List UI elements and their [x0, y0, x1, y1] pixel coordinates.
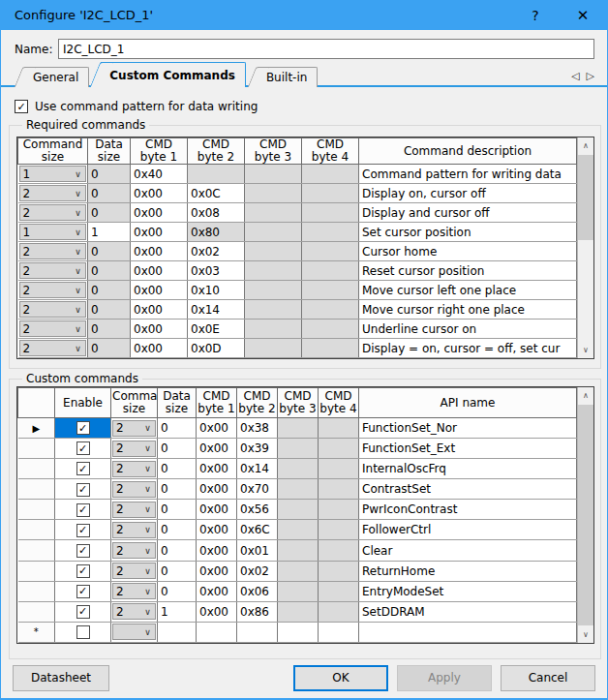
cmd-byte-1-cell[interactable]: 0x00 — [197, 540, 237, 561]
enable-cell[interactable] — [55, 622, 111, 642]
cmd-byte-2-cell[interactable]: 0x14 — [188, 300, 245, 320]
data-size-cell[interactable]: 0 — [158, 459, 197, 479]
api-name-cell[interactable]: PwrIconContrast — [359, 500, 577, 520]
command-size-dropdown[interactable]: 2∨ — [112, 542, 156, 559]
scrollbar-thumb[interactable] — [578, 155, 593, 240]
enable-checkbox[interactable]: ✓ — [76, 462, 90, 475]
cmd-byte-1-cell[interactable]: 0x00 — [197, 479, 237, 500]
enable-cell[interactable]: ✓ — [55, 601, 111, 622]
cmd-byte-1-cell[interactable]: 0x00 — [197, 601, 237, 622]
command-size-dropdown[interactable]: 2∨ — [112, 441, 156, 457]
cmd-byte-2-cell[interactable]: 0x6C — [237, 520, 278, 540]
cmd-byte-3-cell[interactable] — [245, 300, 302, 320]
api-name-cell[interactable]: Clear — [359, 540, 577, 561]
cmd-byte-4-cell[interactable] — [319, 439, 359, 459]
column-header-cmd-byte-2[interactable]: CMD byte 2 — [237, 388, 278, 418]
enable-checkbox[interactable]: ✓ — [76, 585, 90, 598]
command-description-cell[interactable]: Underline cursor on — [359, 320, 577, 339]
data-size-cell[interactable] — [158, 622, 197, 642]
column-header-data-size[interactable]: Data size — [88, 138, 131, 165]
close-button[interactable]: ✕ — [558, 0, 608, 30]
vertical-scrollbar[interactable]: ∧ ∨ — [577, 387, 593, 643]
row-header-cell[interactable] — [18, 479, 55, 500]
scroll-up-button[interactable]: ∧ — [578, 387, 593, 404]
command-description-cell[interactable]: Cursor home — [359, 242, 577, 261]
enable-checkbox[interactable]: ✓ — [76, 605, 90, 619]
command-description-cell[interactable]: Command pattern for writing data — [359, 165, 577, 184]
command-description-cell[interactable]: Display on, cursor off — [359, 184, 577, 203]
cmd-byte-1-cell[interactable]: 0x00 — [197, 520, 237, 540]
tab-general[interactable]: General — [24, 67, 89, 87]
command-size-dropdown[interactable]: 2∨ — [112, 603, 156, 620]
column-header-data-size[interactable]: Data size — [158, 388, 197, 418]
column-header-cmd-byte-4[interactable]: CMD byte 4 — [302, 138, 359, 165]
cmd-byte-4-cell[interactable] — [302, 165, 359, 184]
cmd-byte-2-cell[interactable]: 0x0C — [188, 184, 245, 203]
cmd-byte-2-cell[interactable]: 0x02 — [188, 242, 245, 261]
enable-checkbox[interactable]: ✓ — [76, 544, 90, 558]
scroll-up-button[interactable]: ∧ — [578, 137, 593, 154]
enable-cell[interactable]: ✓ — [55, 479, 111, 500]
row-header-cell[interactable] — [18, 561, 55, 581]
cmd-byte-3-cell[interactable] — [245, 165, 302, 184]
data-size-cell[interactable]: 0 — [158, 561, 197, 581]
cmd-byte-2-cell[interactable] — [188, 165, 245, 184]
cmd-byte-3-cell[interactable] — [245, 339, 302, 358]
command-size-dropdown[interactable]: 2∨ — [19, 243, 87, 259]
cmd-byte-4-cell[interactable] — [319, 601, 359, 622]
data-size-cell[interactable]: 1 — [88, 223, 131, 242]
data-size-cell[interactable]: 0 — [88, 281, 131, 300]
cmd-byte-3-cell[interactable] — [278, 581, 319, 601]
cmd-byte-3-cell[interactable] — [278, 601, 319, 622]
cmd-byte-4-cell[interactable] — [319, 500, 359, 520]
api-name-cell[interactable]: FunctionSet_Nor — [359, 418, 577, 439]
apply-button[interactable]: Apply — [397, 665, 492, 691]
cmd-byte-3-cell[interactable] — [278, 418, 319, 439]
column-header-command-size[interactable]: Command size — [18, 138, 88, 165]
row-header-cell[interactable] — [18, 581, 55, 601]
command-size-dropdown[interactable]: ∨ — [112, 624, 156, 640]
data-size-cell[interactable]: 0 — [158, 581, 197, 601]
enable-cell[interactable]: ✓ — [55, 520, 111, 540]
column-header-cmd-byte-3[interactable]: CMD byte 3 — [245, 138, 302, 165]
command-description-cell[interactable]: Reset cursor position — [359, 261, 577, 281]
row-header-cell[interactable] — [18, 439, 55, 459]
row-header-cell[interactable]: * — [18, 622, 55, 642]
column-header-row-selector[interactable] — [18, 388, 55, 418]
cmd-byte-2-cell[interactable] — [237, 622, 278, 642]
command-size-dropdown[interactable]: 2∨ — [19, 340, 87, 356]
column-header-cmd-byte-4[interactable]: CMD byte 4 — [319, 388, 359, 418]
api-name-cell[interactable]: FollowerCtrl — [359, 520, 577, 540]
name-input[interactable] — [58, 39, 594, 59]
cmd-byte-3-cell[interactable] — [278, 500, 319, 520]
column-header-command-description[interactable]: Command description — [359, 138, 577, 165]
api-name-cell[interactable]: SetDDRAM — [359, 601, 577, 622]
cmd-byte-4-cell[interactable] — [319, 581, 359, 601]
column-header-cmd-byte-2[interactable]: CMD byte 2 — [188, 138, 245, 165]
api-name-cell[interactable]: ReturnHome — [359, 561, 577, 581]
data-size-cell[interactable]: 0 — [158, 479, 197, 500]
cmd-byte-3-cell[interactable] — [245, 203, 302, 223]
data-size-cell[interactable]: 0 — [88, 300, 131, 320]
cmd-byte-3-cell[interactable] — [278, 540, 319, 561]
cmd-byte-4-cell[interactable] — [302, 223, 359, 242]
command-size-dropdown[interactable]: 2∨ — [19, 320, 87, 337]
data-size-cell[interactable]: 1 — [158, 601, 197, 622]
command-size-dropdown[interactable]: 2∨ — [19, 262, 87, 279]
command-size-dropdown[interactable]: 1∨ — [19, 224, 87, 240]
cmd-byte-3-cell[interactable] — [278, 439, 319, 459]
api-name-cell[interactable] — [359, 622, 577, 642]
column-header-api-name[interactable]: API name — [359, 388, 577, 418]
tab-scroll-left-icon[interactable]: ◁ — [571, 70, 579, 82]
cmd-byte-4-cell[interactable] — [319, 479, 359, 500]
cmd-byte-2-cell[interactable]: 0x86 — [237, 601, 278, 622]
api-name-cell[interactable]: EntryModeSet — [359, 581, 577, 601]
cmd-byte-1-cell[interactable]: 0x00 — [131, 339, 188, 358]
cmd-byte-3-cell[interactable] — [245, 223, 302, 242]
data-size-cell[interactable]: 0 — [88, 242, 131, 261]
cmd-byte-3-cell[interactable] — [245, 242, 302, 261]
data-size-cell[interactable]: 0 — [88, 165, 131, 184]
cmd-byte-4-cell[interactable] — [302, 320, 359, 339]
cmd-byte-1-cell[interactable]: 0x00 — [131, 223, 188, 242]
row-header-cell[interactable] — [18, 500, 55, 520]
